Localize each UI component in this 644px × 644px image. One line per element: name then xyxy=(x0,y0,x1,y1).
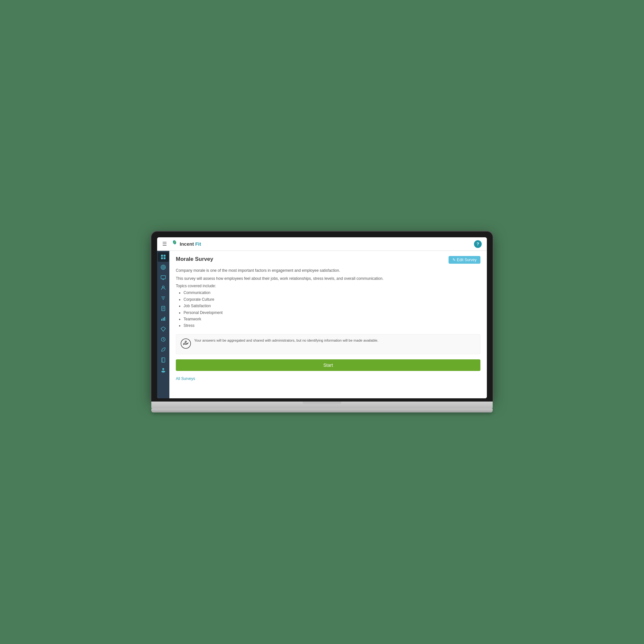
sidebar-item-account[interactable] xyxy=(158,365,169,375)
start-button[interactable]: Start xyxy=(176,359,480,371)
document-icon xyxy=(161,306,166,311)
svg-rect-2 xyxy=(161,255,163,257)
topics-label: Topics covered include: xyxy=(176,284,480,288)
chart-icon xyxy=(161,316,166,321)
survey-title: Morale Survey xyxy=(176,256,213,262)
topic-personal-development: Personal Development xyxy=(184,309,480,316)
laptop-container: ☰ IncentFit ? xyxy=(151,232,493,412)
svg-rect-21 xyxy=(163,318,164,321)
survey-header-row: Morale Survey ✎ Edit Survey xyxy=(176,256,480,264)
diamond-icon xyxy=(161,327,166,332)
sidebar-item-health[interactable] xyxy=(158,345,169,355)
svg-point-32 xyxy=(185,341,186,342)
laptop-screen: ☰ IncentFit ? xyxy=(157,237,487,398)
logo-icon xyxy=(171,240,178,248)
svg-point-29 xyxy=(162,368,164,370)
sidebar-item-monitor[interactable] xyxy=(158,273,169,282)
app-container: ☰ IncentFit ? xyxy=(157,237,487,398)
survey-description-line2: This survey will assess how employees fe… xyxy=(176,276,480,282)
svg-line-26 xyxy=(163,339,164,340)
sidebar-item-rewards[interactable] xyxy=(158,324,169,334)
app-body: Morale Survey ✎ Edit Survey Company mora… xyxy=(157,251,487,398)
laptop-bottom-bar xyxy=(151,409,493,412)
hamburger-icon[interactable]: ☰ xyxy=(162,241,167,247)
survey-description-line1: Company morale is one of the most import… xyxy=(176,268,480,274)
svg-rect-22 xyxy=(164,317,165,321)
svg-point-30 xyxy=(161,371,165,373)
monitor-icon xyxy=(161,275,166,280)
leaf-icon xyxy=(161,347,166,352)
svg-rect-27 xyxy=(162,358,165,362)
clock-icon xyxy=(161,337,166,342)
logo: IncentFit xyxy=(171,240,201,248)
privacy-icon xyxy=(181,338,191,351)
target-icon xyxy=(161,265,166,270)
app-header: ☰ IncentFit ? xyxy=(157,237,487,251)
svg-rect-5 xyxy=(164,257,166,259)
topic-job-satisfaction: Job Satisfaction xyxy=(184,303,480,309)
topic-teamwork: Teamwork xyxy=(184,316,480,322)
svg-rect-4 xyxy=(161,257,163,259)
svg-rect-3 xyxy=(164,255,166,257)
svg-rect-9 xyxy=(161,276,166,279)
logo-fit-text: Fit xyxy=(195,241,201,247)
filter-icon xyxy=(161,296,166,301)
sidebar-item-goals[interactable] xyxy=(158,262,169,272)
sidebar-item-documents[interactable] xyxy=(158,304,169,313)
laptop-hinge xyxy=(303,402,341,404)
book-icon xyxy=(161,357,166,363)
main-content: Morale Survey ✎ Edit Survey Company mora… xyxy=(169,251,487,398)
svg-point-31 xyxy=(181,339,191,348)
svg-point-8 xyxy=(163,267,164,268)
grid-icon xyxy=(161,254,166,260)
topic-stress: Stress xyxy=(184,322,480,329)
sidebar-item-history[interactable] xyxy=(158,335,169,344)
help-button[interactable]: ? xyxy=(474,240,482,248)
laptop-base xyxy=(151,402,493,409)
svg-rect-20 xyxy=(161,319,162,321)
privacy-notice: Your answers will be aggregated and shar… xyxy=(176,334,480,354)
topic-communication: Communication xyxy=(184,289,480,296)
sidebar-item-resources[interactable] xyxy=(158,355,169,365)
sidebar-item-reports[interactable] xyxy=(158,314,169,324)
survey-card: Morale Survey ✎ Edit Survey Company mora… xyxy=(169,251,487,398)
sidebar-item-dashboard[interactable] xyxy=(158,252,169,262)
sidebar-item-filter[interactable] xyxy=(158,293,169,303)
sidebar-item-profile[interactable] xyxy=(158,283,169,293)
svg-point-12 xyxy=(162,286,164,288)
all-surveys-link[interactable]: All Surveys xyxy=(176,376,195,381)
topic-corporate-culture: Corporate Culture xyxy=(184,296,480,303)
person-icon xyxy=(161,285,166,290)
sidebar xyxy=(157,251,169,398)
topics-list: Communication Corporate Culture Job Sati… xyxy=(176,289,480,329)
logo-incent-text: Incent xyxy=(180,241,194,247)
svg-marker-23 xyxy=(161,327,166,331)
user-icon xyxy=(161,368,166,373)
screen-bezel: ☰ IncentFit ? xyxy=(151,232,493,402)
privacy-text: Your answers will be aggregated and shar… xyxy=(194,338,378,343)
edit-survey-button[interactable]: ✎ Edit Survey xyxy=(449,256,480,264)
